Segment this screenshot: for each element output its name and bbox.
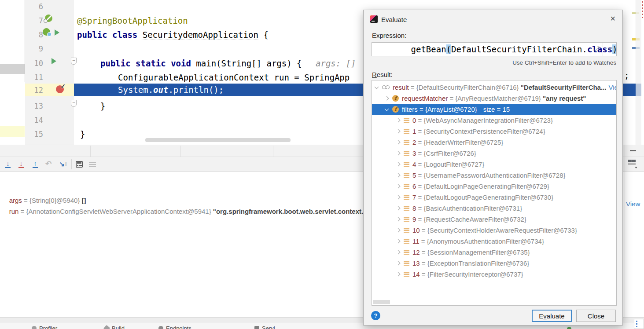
tree-item-2[interactable]: 2 = {HeaderWriterFilter@6725} bbox=[372, 137, 616, 148]
tree-item-6[interactable]: 6 = {DefaultLoginPageGeneratingFilter@67… bbox=[372, 181, 616, 192]
chevron-right-icon[interactable] bbox=[396, 195, 401, 200]
tree-item-13[interactable]: 13 = {ExceptionTranslationFilter@6736} bbox=[372, 258, 616, 269]
tree-item-5[interactable]: 5 = {UsernamePasswordAuthenticationFilte… bbox=[372, 170, 616, 181]
dialog-title: Evaluate bbox=[381, 16, 407, 23]
build-hammer-icon bbox=[103, 325, 110, 329]
chevron-right-icon[interactable] bbox=[396, 217, 401, 222]
run-main-icon[interactable] bbox=[52, 58, 56, 64]
toolwindow-button-endpoints[interactable]: Endpoints bbox=[158, 325, 191, 329]
editor-vscrollbar-track[interactable] bbox=[636, 0, 641, 145]
chevron-right-icon[interactable] bbox=[396, 118, 401, 123]
chevron-right-icon[interactable] bbox=[385, 96, 389, 101]
variable-view-link[interactable]: View bbox=[626, 200, 640, 208]
chevron-right-icon[interactable] bbox=[396, 228, 401, 233]
node-size: size = 15 bbox=[483, 106, 510, 113]
spring-bean-icon[interactable] bbox=[45, 15, 52, 22]
chevron-right-icon[interactable] bbox=[396, 250, 401, 255]
chevron-right-icon[interactable] bbox=[396, 206, 401, 211]
item-value: = {SecurityContextHolderAwareRequestFilt… bbox=[420, 227, 577, 234]
result-label: Result: bbox=[372, 71, 393, 78]
evaluate-dialog: Evaluate ✕ Expression: getBean(DefaultSe… bbox=[363, 10, 623, 325]
run-to-cursor-button[interactable]: ↘ I bbox=[57, 159, 69, 169]
drop-frame-button[interactable]: ↶ bbox=[44, 159, 53, 169]
node-ref: = {AnyRequestMatcher@6719} bbox=[448, 95, 543, 102]
chevron-right-icon[interactable] bbox=[396, 129, 401, 134]
force-step-into-icon: ↓ bbox=[19, 161, 23, 167]
result-label-mnemonic: R bbox=[372, 71, 377, 78]
hide-panel-icon[interactable] bbox=[630, 150, 636, 151]
run-class-icon[interactable] bbox=[55, 29, 59, 36]
close-icon[interactable]: ✕ bbox=[610, 15, 616, 23]
tree-row-result[interactable]: result = {DefaultSecurityFilterChain@671… bbox=[372, 82, 616, 93]
tree-item-7[interactable]: 7 = {DefaultLogoutPageGeneratingFilter@6… bbox=[372, 192, 616, 203]
code-token: { bbox=[258, 30, 269, 40]
chevron-right-icon[interactable] bbox=[396, 184, 401, 189]
layout-settings-icon[interactable] bbox=[628, 160, 636, 166]
spring-boot-icon[interactable] bbox=[43, 28, 50, 36]
tree-row-filters-selected[interactable]: f filters = {ArrayList@6720}size = 15 bbox=[372, 104, 616, 115]
tree-item-4[interactable]: 4 = {LogoutFilter@6727} bbox=[372, 159, 616, 170]
notification-popup-fragment bbox=[634, 319, 644, 329]
tree-row-requestmatcher[interactable]: f requestMatcher = {AnyRequestMatcher@67… bbox=[372, 93, 616, 104]
run-to-cursor-icon: ↘ bbox=[59, 161, 65, 167]
tree-item-10[interactable]: 10 = {SecurityContextHolderAwareRequestF… bbox=[372, 225, 616, 236]
chevron-right-icon[interactable] bbox=[396, 162, 401, 167]
item-value: = {SessionManagementFilter@6735} bbox=[420, 249, 530, 256]
chevron-right-icon[interactable] bbox=[396, 239, 401, 244]
expression-field[interactable]: getBean(DefaultSecurityFilterChain.class… bbox=[372, 42, 617, 56]
left-scrollbar-thumb[interactable] bbox=[0, 64, 25, 74]
force-step-into-button[interactable]: ↓ bbox=[17, 159, 26, 169]
chevron-right-icon[interactable] bbox=[396, 140, 401, 145]
item-index: 0 bbox=[412, 117, 416, 124]
tree-hscrollbar-thumb[interactable] bbox=[373, 300, 390, 304]
chevron-right-icon[interactable] bbox=[396, 261, 401, 266]
tree-item-12[interactable]: 12 = {SessionManagementFilter@6735} bbox=[372, 247, 616, 258]
step-into-button[interactable]: ↓ bbox=[4, 159, 12, 169]
close-button[interactable]: Close bbox=[576, 310, 616, 322]
idea-logo-icon bbox=[370, 15, 378, 23]
line-number: 9 bbox=[25, 42, 43, 55]
chevron-right-icon[interactable] bbox=[396, 173, 401, 178]
debug-header-separator bbox=[273, 146, 273, 157]
toolwindow-button-profiler[interactable]: Profiler bbox=[32, 325, 57, 329]
variable-row-run[interactable]: run = {AnnotationConfigServletWebServerA… bbox=[2, 200, 383, 223]
breakpoint-verified-icon[interactable]: ✓ bbox=[56, 85, 64, 93]
evaluate-expression-button[interactable] bbox=[76, 161, 83, 168]
variable-value: "org.springframework.boot.web.servlet.co… bbox=[213, 208, 383, 215]
help-icon[interactable]: ? bbox=[371, 311, 380, 320]
array-item-icon bbox=[404, 228, 409, 233]
toolwindow-button-services[interactable]: Servi bbox=[254, 325, 275, 329]
item-value: = {DefaultLogoutPageGeneratingFilter@673… bbox=[416, 194, 553, 201]
item-value: = {FilterSecurityInterceptor@6737} bbox=[420, 271, 523, 278]
chevron-down-icon[interactable] bbox=[385, 106, 389, 111]
breakpoint-check-icon: ✓ bbox=[60, 83, 66, 90]
expand-editor-icon[interactable]: ⤢ bbox=[594, 45, 600, 53]
item-index: 10 bbox=[412, 227, 420, 234]
view-link[interactable]: View bbox=[608, 84, 617, 91]
item-value: = {ExceptionTranslationFilter@6736} bbox=[420, 260, 530, 267]
tree-item-9[interactable]: 9 = {RequestCacheAwareFilter@6732} bbox=[372, 214, 616, 225]
drop-frame-icon: ↶ bbox=[45, 161, 52, 167]
array-item-icon bbox=[404, 129, 409, 134]
chevron-down-icon[interactable] bbox=[375, 84, 379, 89]
tree-item-0[interactable]: 0 = {WebAsyncManagerIntegrationFilter@67… bbox=[372, 115, 616, 126]
toolwindow-button-build[interactable]: Build bbox=[104, 325, 125, 329]
evaluate-button[interactable]: Evaluate bbox=[532, 310, 572, 322]
item-index: 1 bbox=[412, 128, 416, 135]
chevron-right-icon[interactable] bbox=[396, 151, 401, 156]
editor-hscrollbar-thumb[interactable] bbox=[145, 138, 291, 142]
item-index: 9 bbox=[412, 216, 416, 223]
tree-item-14[interactable]: 14 = {FilterSecurityInterceptor@6737} bbox=[372, 269, 616, 280]
tree-item-11[interactable]: 11 = {AnonymousAuthenticationFilter@6734… bbox=[372, 236, 616, 247]
trace-stream-button[interactable] bbox=[89, 162, 96, 167]
tree-item-3[interactable]: 3 = {CsrfFilter@6726} bbox=[372, 148, 616, 159]
keyword-token: class bbox=[587, 44, 612, 54]
tool-window-splitter[interactable] bbox=[625, 145, 625, 317]
cursor-caret-icon: I bbox=[65, 161, 67, 167]
chevron-right-icon[interactable] bbox=[396, 272, 401, 277]
item-value: = {RequestCacheAwareFilter@6732} bbox=[416, 216, 526, 223]
line-number: 12 bbox=[25, 84, 43, 97]
step-out-button[interactable]: ↑ bbox=[31, 159, 40, 169]
tree-item-1[interactable]: 1 = {SecurityContextPersistenceFilter@67… bbox=[372, 126, 616, 137]
tree-item-8[interactable]: 8 = {BasicAuthenticationFilter@6731} bbox=[372, 203, 616, 214]
